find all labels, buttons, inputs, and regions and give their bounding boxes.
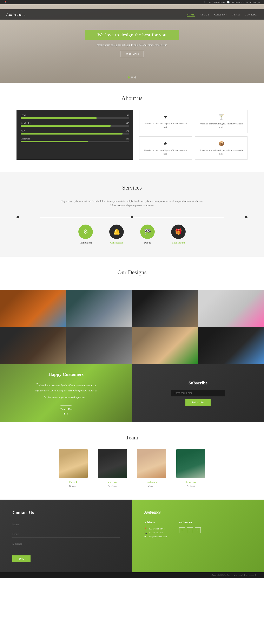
nav-home[interactable]: HOME <box>187 12 195 16</box>
contact-message-input[interactable] <box>12 541 120 547</box>
contact-email-input[interactable] <box>12 531 120 538</box>
skill-php: PHP 470 <box>21 130 129 134</box>
open-quote: " <box>36 382 38 387</box>
skill-design-label: Designing <box>21 138 30 140</box>
about-card-3-text: Phasellus ac maximus ligula, efficitur v… <box>144 148 187 155</box>
phone-number: +1 (234) 567-890 <box>209 1 225 4</box>
team-name-victoria: Victoria <box>107 480 117 484</box>
vimeo-icon[interactable]: v <box>179 528 185 533</box>
contact-footer: Contact Us Send Ambiance Address 📍 123 D… <box>0 500 264 572</box>
designs-section: Our Designs <box>0 257 264 364</box>
nav-contact[interactable]: CONTACT <box>245 12 258 16</box>
team-name-thompson: Thompson <box>184 480 197 484</box>
footer-social-icons: v t f <box>179 528 201 533</box>
copyright-text: Copyright © 2020 Company name All rights… <box>211 574 256 576</box>
skill-html-track <box>21 117 129 119</box>
designs-grid <box>0 290 264 364</box>
skill-js-value: 332 <box>126 122 129 124</box>
skill-design: Designing 249 <box>21 138 129 142</box>
footer-address-title: Address <box>144 521 167 524</box>
close-quote: " <box>86 394 88 399</box>
timeline-dot-2 <box>131 216 133 218</box>
facebook-icon[interactable]: f <box>195 528 201 533</box>
hero-dot-1[interactable] <box>128 76 130 78</box>
skill-js-track <box>21 125 129 127</box>
about-card-1-text: Phasellus ac maximus ligula, efficitur v… <box>144 122 187 128</box>
topbar-left: 📍 <box>4 1 7 4</box>
team-card-thompson: Thompson Assistant <box>174 449 207 487</box>
team-card-federica: Federica Manager <box>135 449 168 487</box>
testimonial-avatar <box>60 404 72 406</box>
nav-about[interactable]: ABOUT <box>200 12 209 16</box>
star-icon: ★ <box>163 141 168 146</box>
copyright-bar: Copyright © 2020 Company name All rights… <box>0 572 264 578</box>
footer-brand: Ambiance <box>144 510 252 514</box>
team-grid: Patrick Designer Victoria Developer Fede… <box>17 449 247 487</box>
about-card-2: 🍸 Phasellus ac maximus ligula, efficitur… <box>195 110 248 133</box>
customers-section: Happy Customers " Phasellus ac maximus l… <box>0 364 132 422</box>
hero-banner: We love to design the best for you <box>85 30 179 40</box>
team-photo-patrick <box>59 449 88 478</box>
skill-js-label: Java Script <box>21 122 31 124</box>
team-role-patrick: Designer <box>69 485 77 487</box>
about-card-1: ♥ Phasellus ac maximus ligula, efficitur… <box>139 110 192 133</box>
navbar-brand: Ambiance <box>6 12 26 17</box>
timeline-dot-3 <box>245 216 247 218</box>
hero-dot-3[interactable] <box>134 76 136 78</box>
business-hours: Mon-Sun 9:00 am to 23:00 pm <box>232 1 260 4</box>
skill-php-label: PHP <box>21 130 25 132</box>
hero-read-more-button[interactable]: Read More <box>120 51 144 57</box>
phone-icon: 📞 <box>204 1 207 4</box>
footer-addr-text: 123 Design Street <box>149 528 165 530</box>
skill-html-label: HTML <box>21 114 27 116</box>
service-label-1: Voluptatem <box>79 241 92 244</box>
contact-section: Contact Us Send <box>0 500 132 572</box>
skill-design-track <box>21 141 129 142</box>
subscribe-email-input[interactable] <box>171 390 225 396</box>
location-icon: 📍 <box>4 1 7 4</box>
services-title: Services <box>17 184 247 191</box>
skill-html: HTML 280 <box>21 114 129 119</box>
hero-dots <box>128 76 136 78</box>
services-subtitle: Neque porro quisquam est, qui do quis do… <box>60 199 204 208</box>
hero-dot-2[interactable] <box>131 76 133 78</box>
nav-team[interactable]: TEAM <box>232 12 240 16</box>
team-role-federica: Manager <box>147 485 155 487</box>
footer-addr-2: 📞 +1 234 567 890 <box>144 531 167 534</box>
design-cell-7 <box>132 327 198 364</box>
service-label-4: Laudantium <box>172 241 185 244</box>
service-doque: 🏁 Doque <box>140 224 155 244</box>
location-pin-icon: 📍 <box>144 528 147 530</box>
customer-dot-1[interactable] <box>64 413 65 414</box>
skill-design-value: 249 <box>126 138 129 140</box>
subscribe-button[interactable]: Subscribe <box>185 399 211 406</box>
footer-addr-1: 📍 123 Design Street <box>144 528 167 530</box>
subscribe-title: Subscribe <box>188 380 208 386</box>
team-photo-federica <box>137 449 166 478</box>
nav-gallery[interactable]: GALLERY <box>214 12 227 16</box>
hero-content: We love to design the best for you Neque… <box>85 30 179 57</box>
design-cell-6 <box>66 327 132 364</box>
skill-php-fill <box>21 133 123 134</box>
contact-send-button[interactable]: Send <box>12 556 31 562</box>
twitter-icon[interactable]: t <box>187 528 193 533</box>
design-cell-5 <box>0 327 66 364</box>
testimonial-author: -Daniel Doe <box>8 408 124 411</box>
contact-name-input[interactable] <box>12 522 120 528</box>
customer-dot-2[interactable] <box>67 413 68 414</box>
service-voluptatem: ⚙ Voluptatem <box>78 224 93 244</box>
footer-addr-3: ✉ info@ambiance.com <box>144 535 167 538</box>
about-card-3: ★ Phasellus ac maximus ligula, efficitur… <box>139 136 192 160</box>
about-cards: ♥ Phasellus ac maximus ligula, efficitur… <box>139 110 247 160</box>
about-grid: HTML 280 Java Script 332 PHP <box>17 110 247 160</box>
team-name-federica: Federica <box>146 480 157 484</box>
subscribe-section: Subscribe Subscribe <box>132 364 264 422</box>
footer-follow-title: Follow Us <box>179 521 201 524</box>
team-title: Team <box>17 434 247 441</box>
topbar-right: 📞 +1 (234) 567-890 🕐 Mon-Sun 9:00 am to … <box>204 1 260 4</box>
service-icon-gear: ⚙ <box>78 224 93 239</box>
skill-html-fill <box>21 117 97 119</box>
about-card-2-text: Phasellus ac maximus ligula, efficitur v… <box>199 122 243 129</box>
team-card-victoria: Victoria Developer <box>96 449 129 487</box>
heart-icon: ♥ <box>164 114 167 120</box>
